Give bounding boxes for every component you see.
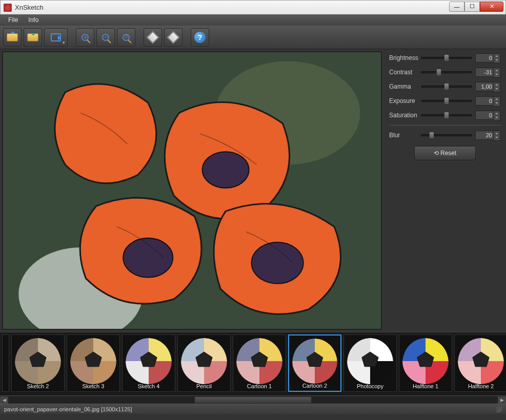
exposure-row: Exposure 0 (389, 96, 501, 106)
saturation-label: Saturation (389, 112, 421, 119)
zoom-in-icon (82, 34, 89, 41)
help-button[interactable]: ? (191, 28, 209, 47)
gamma-slider[interactable] (421, 86, 472, 88)
status-text: pavot-orient_papaver-orientale_06.jpg [1… (4, 406, 132, 412)
zoom-fit-icon (123, 34, 130, 41)
saturation-slider[interactable] (421, 114, 472, 116)
scroll-left-button[interactable]: ◀ (0, 396, 8, 404)
effect-label: Cartoon 1 (233, 383, 286, 389)
blur-value[interactable]: 20 (475, 131, 494, 140)
brightness-label: Brightness (389, 54, 421, 61)
effect-tile-photocopy[interactable]: Photocopy (343, 334, 397, 392)
open-button[interactable] (3, 28, 22, 47)
folder-open-icon (7, 33, 18, 41)
effect-thumb-icon (236, 338, 282, 388)
effect-label: Cartoon 2 (289, 383, 340, 389)
effects-row: Sketch 2Sketch 3Sketch 4PencilCartoon 1C… (0, 332, 506, 395)
help-icon: ? (194, 32, 206, 43)
effect-thumb-icon (70, 338, 116, 388)
effect-thumb-icon (402, 338, 449, 388)
zoom-fit-button[interactable] (117, 28, 135, 47)
saturation-value[interactable]: 0 (475, 111, 494, 120)
effect-label: Sketch 4 (123, 383, 175, 389)
effect-thumb-icon (292, 339, 337, 388)
zoom-in-button[interactable] (76, 28, 94, 47)
content-area: Brightness 0 Contrast -31 Gamma 1,00 Exp… (0, 49, 506, 332)
rotate-left-button[interactable] (144, 28, 162, 47)
effect-label: Sketch 3 (67, 383, 119, 389)
menu-bar: File Info (0, 14, 506, 26)
effect-label: Photocopy (344, 383, 396, 389)
effect-tile-halftone-2[interactable]: Halftone 2 (454, 334, 506, 392)
exposure-slider[interactable] (421, 100, 472, 102)
effect-label: Halftone 2 (455, 383, 506, 389)
effect-label: Pencil (178, 383, 230, 389)
minimize-button[interactable]: — (449, 2, 464, 12)
brightness-slider[interactable] (421, 57, 472, 59)
rotate-right-button[interactable] (164, 28, 183, 47)
effect-tile-cartoon-1[interactable]: Cartoon 1 (233, 334, 286, 392)
scroll-track[interactable] (8, 396, 498, 404)
contrast-slider[interactable] (421, 71, 472, 73)
folder-save-icon (27, 33, 38, 41)
effect-thumb-icon (126, 338, 172, 388)
effect-thumb-icon (181, 338, 227, 388)
menu-file[interactable]: File (3, 15, 23, 25)
save-button[interactable] (24, 28, 42, 47)
blur-label: Blur (389, 132, 421, 139)
effect-thumb-icon (15, 338, 61, 388)
window-title: XnSketch (15, 4, 449, 11)
brightness-value[interactable]: 0 (475, 53, 494, 62)
brightness-row: Brightness 0 (389, 53, 501, 62)
gamma-label: Gamma (389, 83, 421, 90)
blur-slider[interactable] (421, 134, 472, 136)
export-icon (51, 33, 61, 41)
effect-tile-sketch-3[interactable]: Sketch 3 (67, 334, 120, 392)
close-button[interactable]: ✕ (480, 2, 503, 12)
effect-tile-sketch-4[interactable]: Sketch 4 (122, 334, 175, 392)
contrast-value[interactable]: -31 (475, 68, 494, 77)
panel-divider (389, 125, 501, 125)
menu-info[interactable]: Info (23, 15, 44, 25)
effect-tile-halftone-1[interactable]: Halftone 1 (399, 334, 452, 392)
rotate-left-icon (146, 31, 159, 44)
exposure-label: Exposure (389, 97, 421, 104)
effect-tile-prev-partial[interactable] (2, 334, 9, 392)
svg-point-3 (203, 152, 249, 188)
effect-tile-sketch-2[interactable]: Sketch 2 (11, 334, 65, 392)
status-bar: pavot-orient_papaver-orientale_06.jpg [1… (0, 404, 506, 414)
app-icon (4, 4, 12, 12)
gamma-value[interactable]: 1,00 (475, 82, 494, 91)
maximize-button[interactable]: ☐ (464, 2, 480, 12)
exposure-value[interactable]: 0 (475, 96, 494, 106)
reset-button[interactable]: Reset (414, 146, 476, 160)
adjustments-panel: Brightness 0 Contrast -31 Gamma 1,00 Exp… (384, 49, 506, 332)
saturation-row: Saturation 0 (389, 111, 501, 120)
window-controls: — ☐ ✕ (449, 2, 503, 12)
toolbar: ? (0, 26, 506, 49)
scroll-right-button[interactable]: ▶ (498, 396, 506, 404)
gamma-row: Gamma 1,00 (389, 82, 501, 91)
effect-label: Sketch 2 (12, 383, 64, 389)
resize-grip[interactable] (496, 406, 502, 412)
effect-thumb-icon (458, 338, 504, 388)
effect-tile-pencil[interactable]: Pencil (177, 334, 231, 392)
effect-label: Halftone 1 (399, 383, 452, 389)
effect-thumb-icon (347, 338, 393, 388)
blur-row: Blur 20 (389, 131, 501, 140)
scroll-thumb[interactable] (194, 396, 312, 404)
zoom-out-icon (102, 34, 109, 41)
effects-strip: Sketch 2Sketch 3Sketch 4PencilCartoon 1C… (0, 332, 506, 404)
window-titlebar: XnSketch — ☐ ✕ (0, 0, 506, 14)
export-dropdown[interactable] (44, 28, 68, 47)
contrast-row: Contrast -31 (389, 68, 501, 77)
preview-image (3, 52, 381, 329)
contrast-label: Contrast (389, 69, 421, 76)
zoom-out-button[interactable] (96, 28, 115, 47)
effect-tile-cartoon-2[interactable]: Cartoon 2 (288, 334, 341, 392)
svg-point-5 (252, 242, 303, 284)
effects-scrollbar: ◀ ▶ (0, 395, 506, 404)
rotate-right-icon (167, 31, 179, 44)
image-canvas[interactable] (2, 51, 382, 330)
